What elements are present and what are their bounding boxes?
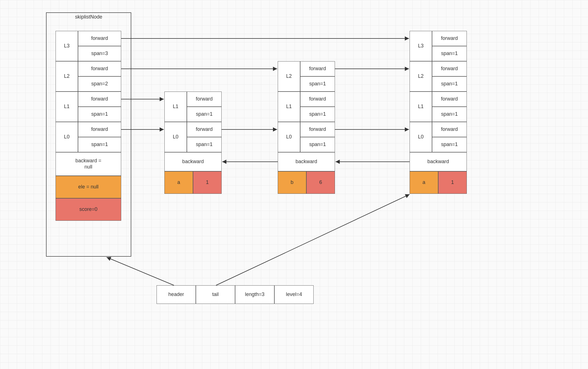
hdr-L1-name: L1	[56, 92, 78, 122]
n1-L0-span: span=1	[187, 137, 222, 152]
hdr-score: score=0	[56, 198, 121, 221]
hdr-L2-name: L2	[56, 61, 78, 92]
n2-backward: backward	[278, 152, 335, 171]
hdr-L3-name: L3	[56, 31, 78, 61]
meta-level: level=4	[274, 285, 314, 304]
n1-L0-name: L0	[164, 122, 187, 152]
n2-score: 6	[306, 171, 335, 194]
n3-L0-forward: forward	[432, 122, 467, 137]
n3-backward: backward	[410, 152, 467, 171]
n3-ele: a	[410, 171, 438, 194]
svg-line-9	[107, 257, 174, 285]
n2-L1-forward: forward	[300, 92, 335, 107]
n2-L0-name: L0	[278, 122, 300, 152]
hdr-L0-forward: forward	[78, 122, 121, 137]
n1-L1-span: span=1	[187, 107, 222, 122]
n2-L1-name: L1	[278, 92, 300, 122]
n1-score: 1	[193, 171, 222, 194]
n3-L1-name: L1	[410, 92, 432, 122]
n3-L2-forward: forward	[432, 61, 467, 76]
n2-L1-span: span=1	[300, 107, 335, 122]
n2-L2-span: span=1	[300, 76, 335, 92]
hdr-L3-forward: forward	[78, 31, 121, 46]
hdr-L0-name: L0	[56, 122, 78, 152]
n3-score: 1	[438, 171, 467, 194]
n1-L0-forward: forward	[187, 122, 222, 137]
n2-L0-forward: forward	[300, 122, 335, 137]
n3-L2-span: span=1	[432, 76, 467, 92]
n3-L1-span: span=1	[432, 107, 467, 122]
n3-L0-span: span=1	[432, 137, 467, 152]
hdr-L0-span: span=1	[78, 137, 121, 152]
n3-L1-forward: forward	[432, 92, 467, 107]
n3-L3-span: span=1	[432, 46, 467, 61]
hdr-L2-span: span=2	[78, 76, 121, 92]
svg-line-10	[216, 194, 410, 285]
hdr-backward: backward = null	[56, 152, 121, 176]
n1-ele: a	[164, 171, 193, 194]
n2-L2-forward: forward	[300, 61, 335, 76]
n2-L0-span: span=1	[300, 137, 335, 152]
hdr-L2-forward: forward	[78, 61, 121, 76]
hdr-L1-span: span=1	[78, 107, 121, 122]
n2-ele: b	[278, 171, 306, 194]
hdr-L1-forward: forward	[78, 92, 121, 107]
meta-length: length=3	[235, 285, 274, 304]
outer-title: skiplistNode	[47, 13, 131, 22]
meta-tail: tail	[196, 285, 235, 304]
n1-L1-forward: forward	[187, 92, 222, 107]
n3-L0-name: L0	[410, 122, 432, 152]
n1-backward: backward	[164, 152, 222, 171]
n2-L2-name: L2	[278, 61, 300, 92]
n3-L3-forward: forward	[432, 31, 467, 46]
meta-header: header	[157, 285, 196, 304]
hdr-L3-span: span=3	[78, 46, 121, 61]
n3-L2-name: L2	[410, 61, 432, 92]
n1-L1-name: L1	[164, 92, 187, 122]
n3-L3-name: L3	[410, 31, 432, 61]
hdr-ele: ele = null	[56, 176, 121, 198]
